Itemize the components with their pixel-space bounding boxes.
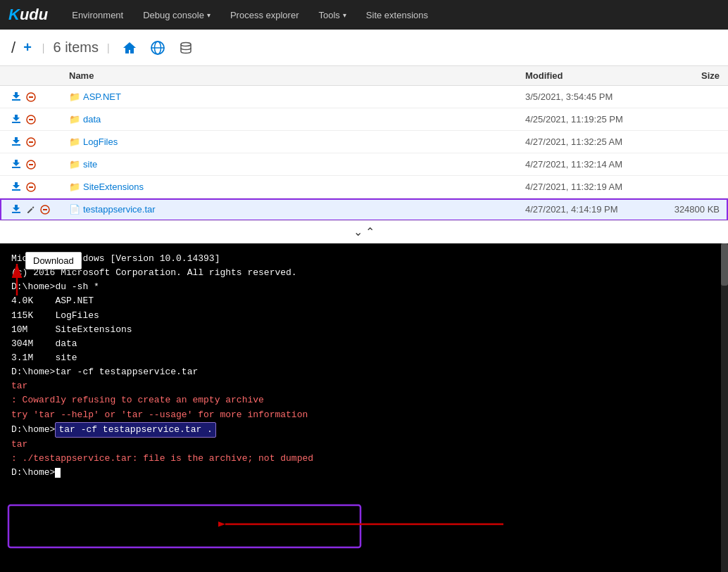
row-actions (0, 176, 61, 198)
download-button[interactable] (8, 179, 24, 193)
table-row[interactable]: 📁LogFiles4/27/2021, 11:32:25 AM (0, 131, 728, 153)
edit-button[interactable] (24, 203, 38, 216)
terminal-cursor (55, 468, 61, 478)
row-name: 📄testappservice.tar (61, 198, 517, 221)
row-name-link[interactable]: ASP.NET (83, 91, 121, 102)
row-name-link[interactable]: SiteExtensions (83, 182, 144, 192)
row-modified: 3/5/2021, 3:54:45 PM (517, 86, 658, 108)
delete-button[interactable] (38, 203, 52, 216)
divider: | (42, 42, 45, 53)
download-button[interactable] (8, 202, 24, 216)
terminal-line: (c) 2016 Microsoft Corporation. All righ… (11, 266, 717, 280)
tools-caret-icon: ▾ (343, 11, 346, 19)
globe-button[interactable] (146, 37, 169, 59)
terminal-line: tar (11, 379, 717, 393)
row-size (658, 153, 728, 176)
row-actions (0, 198, 61, 221)
terminal-scrollbar[interactable] (721, 243, 728, 572)
add-file-button[interactable]: + (21, 38, 34, 57)
row-actions (0, 153, 61, 176)
svg-rect-10 (12, 144, 20, 146)
row-actions (0, 86, 61, 108)
database-icon (178, 40, 194, 56)
download-button[interactable] (8, 112, 24, 126)
table-row[interactable]: 📁SiteExtensions4/27/2021, 11:32:19 AM (0, 176, 728, 198)
folder-icon: 📁 (69, 114, 80, 125)
highlight-command: tar -cf testappservice.tar . (55, 422, 215, 438)
nav-debug-console[interactable]: Debug console ▾ (134, 4, 219, 26)
row-modified: 4/27/2021, 11:32:14 AM (517, 153, 658, 176)
delete-button[interactable] (24, 181, 38, 193)
terminal-scroll-thumb[interactable] (721, 243, 728, 286)
row-modified: 4/27/2021, 11:32:19 AM (517, 176, 658, 198)
nav-environment[interactable]: Environment (63, 4, 132, 26)
terminal-line: try 'tar --help' or 'tar --usage' for mo… (11, 408, 717, 422)
terminal-line: 3.1M site (11, 351, 717, 365)
row-name: 📁site (61, 153, 517, 176)
terminal-line: D:\home> (11, 466, 717, 480)
folder-icon: 📁 (69, 182, 80, 192)
toolbar: / + | 6 items | (0, 30, 728, 66)
row-size (658, 176, 728, 198)
nav-process-explorer[interactable]: Process explorer (222, 4, 308, 26)
row-size (658, 108, 728, 131)
logo: Kudu (8, 6, 48, 24)
download-tooltip[interactable]: Download (25, 252, 82, 269)
folder-icon: 📁 (69, 136, 80, 147)
terminal-line: : Cowardly refusing to create an empty a… (11, 393, 717, 407)
nav-site-extensions[interactable]: Site extensions (358, 4, 437, 26)
row-size (658, 131, 728, 153)
table-row[interactable]: 📄testappservice.tar4/27/2021, 4:14:19 PM… (0, 198, 728, 221)
delete-button[interactable] (24, 136, 38, 148)
row-name-link[interactable]: LogFiles (83, 136, 118, 147)
row-size: 324800 KB (658, 198, 728, 221)
row-name-link[interactable]: data (83, 114, 101, 125)
row-modified: 4/27/2021, 11:32:25 AM (517, 131, 658, 153)
file-table: Name Modified Size 📁ASP.NET3/5/2021, 3:5… (0, 66, 728, 221)
row-name-link[interactable]: site (83, 159, 97, 170)
delete-button[interactable] (24, 91, 38, 103)
row-name: 📁LogFiles (61, 131, 517, 153)
home-button[interactable] (118, 37, 141, 59)
svg-rect-4 (12, 99, 20, 101)
table-row[interactable]: 📁ASP.NET3/5/2021, 3:54:45 PM (0, 86, 728, 108)
globe-icon (150, 40, 165, 56)
nav-tools[interactable]: Tools ▾ (310, 4, 354, 26)
divider2: | (107, 42, 110, 53)
download-button[interactable] (8, 89, 24, 103)
col-header-actions (0, 66, 61, 86)
delete-button[interactable] (24, 113, 38, 126)
svg-rect-19 (12, 212, 20, 213)
svg-rect-7 (12, 122, 20, 123)
row-modified: 4/27/2021, 4:14:19 PM (517, 198, 658, 221)
table-row[interactable]: 📁data4/25/2021, 11:19:25 PM (0, 108, 728, 131)
svg-point-3 (181, 42, 191, 46)
collapse-buttons: ⌄ ⌃ (353, 225, 375, 239)
col-header-size: Size (658, 66, 728, 86)
terminal[interactable]: Microsoft Windows [Version 10.0.14393](c… (0, 243, 728, 572)
download-button[interactable] (8, 157, 24, 171)
folder-icon: 📁 (69, 159, 80, 170)
collapse-up-button[interactable]: ⌃ (365, 225, 375, 239)
row-name: 📁data (61, 108, 517, 131)
row-actions (0, 131, 61, 153)
terminal-line: 4.0K ASP.NET (11, 294, 717, 308)
table-row[interactable]: 📁site4/27/2021, 11:32:14 AM (0, 153, 728, 176)
file-icon: 📄 (69, 204, 80, 215)
terminal-line: 10M SiteExtensions (11, 323, 717, 337)
row-modified: 4/25/2021, 11:19:25 PM (517, 108, 658, 131)
row-name-link[interactable]: testappservice.tar (83, 204, 156, 215)
row-size (658, 86, 728, 108)
terminal-line: D:\home>tar -cf testappservice.tar (11, 365, 717, 379)
collapse-expand-area: ⌄ ⌃ (0, 221, 728, 243)
folder-icon: 📁 (69, 91, 80, 102)
terminal-line: D:\home>tar -cf testappservice.tar . (11, 422, 717, 438)
collapse-down-button[interactable]: ⌄ (353, 225, 363, 239)
delete-button[interactable] (24, 158, 38, 171)
svg-rect-13 (12, 167, 20, 168)
col-header-modified: Modified (517, 66, 658, 86)
terminal-line: tar (11, 438, 717, 452)
download-button[interactable] (8, 134, 24, 148)
terminal-line: : ./testappservice.tar: file is the arch… (11, 452, 717, 466)
database-button[interactable] (175, 37, 197, 59)
